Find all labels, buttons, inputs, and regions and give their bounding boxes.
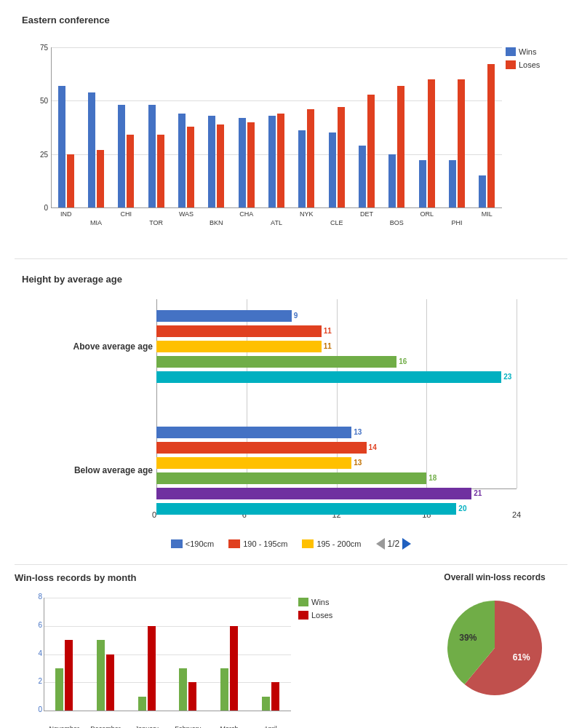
monthly-title: Win-loss records by month (15, 572, 407, 583)
pagination-nav: 1/2 (376, 538, 412, 550)
pie-chart (436, 590, 553, 706)
pie-container (422, 590, 567, 706)
height-chart-section: Height by average age 061218249111116231… (0, 259, 582, 564)
eastern-title: Eastern conference (22, 15, 560, 25)
bottom-section: Win-loss records by month 02468NovemberD… (0, 565, 582, 728)
pagination-label: 1/2 (388, 539, 400, 549)
monthly-chart: 02468NovemberDecemberJanuaryFebruaryMarc… (15, 590, 364, 728)
monthly-section: Win-loss records by month 02468NovemberD… (15, 572, 407, 728)
hc-legend-item: 190 - 195cm (228, 539, 287, 548)
next-page-arrow[interactable] (402, 538, 411, 550)
height-title: Height by average age (22, 274, 560, 285)
eastern-conference-section: Eastern conference 0255075INDMIACHITORWA… (0, 0, 582, 258)
pie-section: Overall win-loss records (422, 572, 567, 728)
hc-legend-item: 195 - 200cm (302, 539, 361, 548)
pie-title: Overall win-loss records (422, 572, 567, 582)
height-chart: 06121824911111623131413182120Above avera… (36, 292, 546, 532)
hc-legend: <190cm190 - 195cm195 - 200cm (171, 539, 362, 548)
eastern-chart: 0255075INDMIACHITORWASBKNCHAATLNYKCLEDET… (22, 33, 575, 244)
hc-legend-item: <190cm (171, 539, 214, 548)
prev-page-arrow[interactable] (376, 538, 385, 550)
